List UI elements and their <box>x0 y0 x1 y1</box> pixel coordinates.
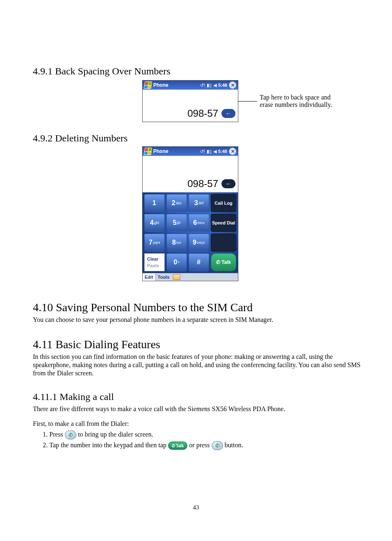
talk-button-inline-icon: ✆Talk <box>168 442 187 450</box>
key-5: 5jkl <box>166 214 187 232</box>
callout-text: Tap here to back space and erase numbers… <box>260 94 332 109</box>
intro-4111: There are five different ways to make a … <box>33 405 362 413</box>
missed-call-icon: ↺! <box>200 83 205 88</box>
backspace-button: ← <box>221 179 235 188</box>
speaker-icon: ◀ <box>213 149 217 154</box>
keypad: 1 2abc 3def Call Log 4ghi 5jkl 6mno Spee… <box>143 192 238 273</box>
close-icon: ✕ <box>229 148 236 155</box>
body-410: You can choose to save your personal pho… <box>33 316 362 324</box>
call-log-button: Call Log <box>211 194 236 212</box>
speaker-icon: ◀ <box>213 83 217 88</box>
menu-item-clear: Clear <box>145 256 164 262</box>
key-hash: # <box>189 253 209 271</box>
menu-item-paste: Paste <box>145 262 164 269</box>
signal-icon: ▮▯ <box>207 83 212 88</box>
key-9: 9wxyz <box>189 234 209 252</box>
key-0: 0+ <box>166 253 187 271</box>
page-number: 43 <box>0 504 392 511</box>
steps-list: Press ✆ to bring up the dialer screen. T… <box>49 430 362 450</box>
key-7: 7pqrs <box>144 234 165 252</box>
heading-4111: 4.11.1 Making a call <box>33 391 362 402</box>
clock-time: 5:48 <box>218 83 227 88</box>
heading-411: 4.11 Basic Dialing Features <box>33 338 362 351</box>
clock-time: 5:48 <box>218 149 227 154</box>
sip-icon <box>173 274 180 280</box>
key-4: 4ghi <box>144 214 165 232</box>
menu-tools: Tools <box>156 275 172 280</box>
screenshot-backspace: Phone ↺! ▮▯ ◀ 5:48 ✕ 098-57 ← <box>142 80 238 122</box>
heading-410: 4.10 Saving Personal Numbers to the SIM … <box>33 301 362 314</box>
step-2: Tap the number into the keypad and then … <box>49 441 362 450</box>
missed-call-icon: ↺! <box>200 149 205 154</box>
signal-icon: ▮▯ <box>207 149 212 154</box>
dialed-number: 098-57 <box>187 178 218 190</box>
hardware-call-button-icon: ✆ <box>65 430 76 439</box>
window-title: Phone <box>153 148 168 154</box>
talk-button: ✆Talk <box>211 253 236 271</box>
menu-edit: Edit <box>143 273 156 281</box>
step-1: Press ✆ to bring up the dialer screen. <box>49 430 362 439</box>
heading-491: 4.9.1 Back Spacing Over Numbers <box>33 66 362 77</box>
window-title: Phone <box>153 82 168 88</box>
key-3: 3def <box>189 194 209 212</box>
key-8: 8tuv <box>166 234 187 252</box>
callout-leader <box>238 101 257 102</box>
phone-icon: ✆ <box>216 259 220 265</box>
edit-menu-popup: Clear Paste <box>144 253 165 271</box>
phone-icon: ✆ <box>172 444 175 448</box>
screenshot-delete: Phone ↺! ▮▯ ◀ 5:48 ✕ 098-57 ← 1 <box>142 146 238 281</box>
dialed-number: 098-57 <box>187 108 218 119</box>
heading-492: 4.9.2 Deleting Numbers <box>33 133 362 144</box>
key-6: 6mno <box>189 214 209 232</box>
key-2: 2abc <box>166 194 187 212</box>
blank-side-button <box>211 234 236 252</box>
backspace-button: ← <box>221 109 235 118</box>
command-bar: Edit Tools <box>143 273 238 281</box>
key-1: 1 <box>144 194 165 212</box>
hardware-call-button-icon: ✆ <box>212 441 223 450</box>
speed-dial-button: Speed Dial <box>211 214 236 232</box>
close-icon: ✕ <box>229 81 236 89</box>
lead-4111: First, to make a call from the Dialer: <box>33 420 362 428</box>
start-icon <box>144 81 152 89</box>
start-icon <box>144 148 152 155</box>
body-411: In this section you can find information… <box>33 353 362 377</box>
